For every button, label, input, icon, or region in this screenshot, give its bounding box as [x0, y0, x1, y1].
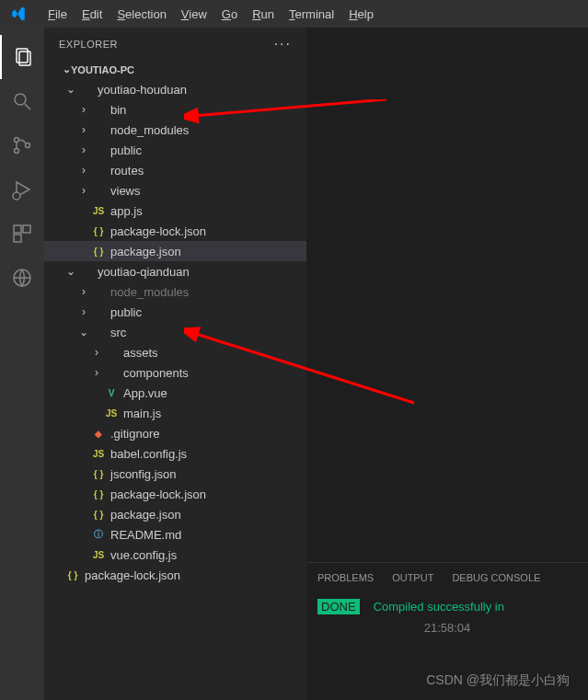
workspace-root[interactable]: ⌄ YOUTIAO-PC — [44, 60, 306, 79]
menu-help[interactable]: Help — [341, 7, 381, 21]
folder-src[interactable]: ⌄src — [44, 322, 306, 342]
chevron-right-icon: › — [77, 143, 90, 156]
explorer-tree: ⌄ YOUTIAO-PC ⌄youtiao-houduan›bin›node_m… — [44, 60, 306, 700]
folder-icon — [90, 121, 107, 138]
folder-node_modules[interactable]: ›node_modules — [44, 120, 306, 140]
folder-icon — [90, 101, 107, 118]
chevron-down-icon: ⌄ — [63, 63, 71, 75]
tree-item-label: youtiao-qianduan — [98, 265, 190, 279]
svg-point-2 — [15, 94, 26, 105]
folder-icon — [90, 162, 107, 178]
menu-view[interactable]: View — [174, 7, 214, 21]
tab-problems[interactable]: PROBLEMS — [317, 572, 374, 583]
menu-go[interactable]: Go — [214, 7, 245, 21]
file-main.js[interactable]: JSmain.js — [44, 403, 306, 423]
svg-point-8 — [13, 192, 20, 200]
activity-source-control-icon[interactable] — [0, 123, 44, 167]
activity-extensions-icon[interactable] — [0, 212, 44, 256]
folder-views[interactable]: ›views — [44, 180, 306, 201]
json-file-icon: { } — [90, 465, 107, 482]
more-actions-icon[interactable]: ··· — [274, 36, 292, 52]
activity-explorer-icon[interactable] — [0, 35, 44, 79]
file-package-lock.json[interactable]: { }package-lock.json — [44, 565, 306, 585]
menu-run[interactable]: Run — [245, 7, 282, 21]
chevron-right-icon: › — [77, 305, 90, 318]
chevron-down-icon: ⌄ — [64, 265, 77, 278]
menu-edit[interactable]: Edit — [75, 7, 110, 21]
chevron-right-icon: › — [77, 123, 90, 136]
tree-item-label: vue.config.js — [110, 548, 177, 562]
activity-remote-icon[interactable] — [0, 256, 44, 300]
menu-selection[interactable]: Selection — [110, 7, 173, 21]
chevron-right-icon: › — [90, 366, 103, 379]
file-package.json[interactable]: { }package.json — [44, 241, 306, 261]
menu-terminal[interactable]: Terminal — [282, 7, 341, 21]
folder-public[interactable]: ›public — [44, 140, 306, 160]
tree-item-label: public — [110, 305, 142, 319]
tree-item-label: public — [110, 143, 142, 157]
file-app.js[interactable]: JSapp.js — [44, 201, 306, 221]
chevron-right-icon: › — [77, 164, 90, 177]
chevron-right-icon: › — [77, 103, 90, 116]
tree-item-label: node_modules — [110, 285, 189, 299]
tree-item-label: app.js — [110, 204, 143, 218]
svg-point-5 — [15, 149, 19, 154]
folder-assets[interactable]: ›assets — [44, 342, 306, 362]
chevron-down-icon: ⌄ — [64, 83, 77, 96]
folder-icon — [90, 182, 107, 199]
file-.gitignore[interactable]: ◆.gitignore — [44, 423, 306, 443]
file-vue.config.js[interactable]: JSvue.config.js — [44, 545, 306, 565]
folder-icon — [77, 263, 94, 280]
file-package.json[interactable]: { }package.json — [44, 504, 306, 524]
file-README.md[interactable]: ⓘREADME.md — [44, 524, 306, 545]
activity-run-debug-icon[interactable] — [0, 167, 44, 212]
js-file-icon: JS — [90, 202, 107, 219]
sidebar-header: EXPLORER ··· — [44, 28, 306, 60]
tree-item-label: youtiao-houduan — [98, 83, 187, 97]
tab-output[interactable]: OUTPUT — [392, 572, 433, 583]
folder-bin[interactable]: ›bin — [44, 99, 306, 120]
file-jsconfig.json[interactable]: { }jsconfig.json — [44, 464, 306, 484]
js-file-icon: JS — [103, 405, 120, 421]
tree-item-label: assets — [123, 346, 158, 360]
folder-youtiao-qianduan[interactable]: ⌄youtiao-qianduan — [44, 261, 306, 281]
folder-icon — [90, 324, 107, 340]
editor-area: PROBLEMS OUTPUT DEBUG CONSOLE DONE Compi… — [306, 28, 588, 700]
svg-point-4 — [15, 138, 19, 143]
folder-node_modules[interactable]: ›node_modules — [44, 281, 306, 302]
svg-rect-11 — [14, 235, 21, 242]
tree-item-label: components — [123, 366, 189, 380]
chevron-right-icon: › — [90, 346, 103, 359]
file-App.vue[interactable]: VApp.vue — [44, 383, 306, 403]
svg-point-6 — [26, 143, 30, 148]
tree-item-label: package.json — [110, 508, 181, 522]
folder-public[interactable]: ›public — [44, 302, 306, 322]
folder-youtiao-houduan[interactable]: ⌄youtiao-houduan — [44, 79, 306, 99]
folder-routes[interactable]: ›routes — [44, 160, 306, 180]
folder-icon — [90, 142, 107, 158]
bottom-panel: PROBLEMS OUTPUT DEBUG CONSOLE DONE Compi… — [306, 562, 588, 700]
tree-item-label: bin — [110, 103, 126, 117]
chevron-right-icon: › — [77, 285, 90, 298]
js-file-icon: JS — [90, 546, 107, 563]
folder-icon — [103, 344, 120, 361]
json-file-icon: { } — [64, 567, 81, 583]
json-file-icon: { } — [90, 486, 107, 502]
activitybar — [0, 28, 44, 700]
tree-item-label: node_modules — [110, 123, 189, 137]
menu-file[interactable]: File — [40, 7, 75, 21]
tree-item-label: package-lock.json — [110, 224, 206, 238]
compile-message: Compiled successfully in — [366, 600, 504, 614]
menubar: FileEditSelectionViewGoRunTerminalHelp — [0, 0, 588, 28]
tree-item-label: README.md — [110, 528, 181, 542]
file-package-lock.json[interactable]: { }package-lock.json — [44, 221, 306, 241]
activity-search-icon[interactable] — [0, 79, 44, 123]
sidebar: EXPLORER ··· ⌄ YOUTIAO-PC ⌄youtiao-houdu… — [44, 28, 306, 700]
tree-item-label: src — [110, 326, 126, 339]
tree-item-label: App.vue — [123, 386, 167, 400]
file-babel.config.js[interactable]: JSbabel.config.js — [44, 443, 306, 464]
panel-tabs: PROBLEMS OUTPUT DEBUG CONSOLE — [306, 563, 588, 592]
file-package-lock.json[interactable]: { }package-lock.json — [44, 484, 306, 504]
folder-components[interactable]: ›components — [44, 362, 306, 383]
tab-debug-console[interactable]: DEBUG CONSOLE — [452, 572, 540, 583]
